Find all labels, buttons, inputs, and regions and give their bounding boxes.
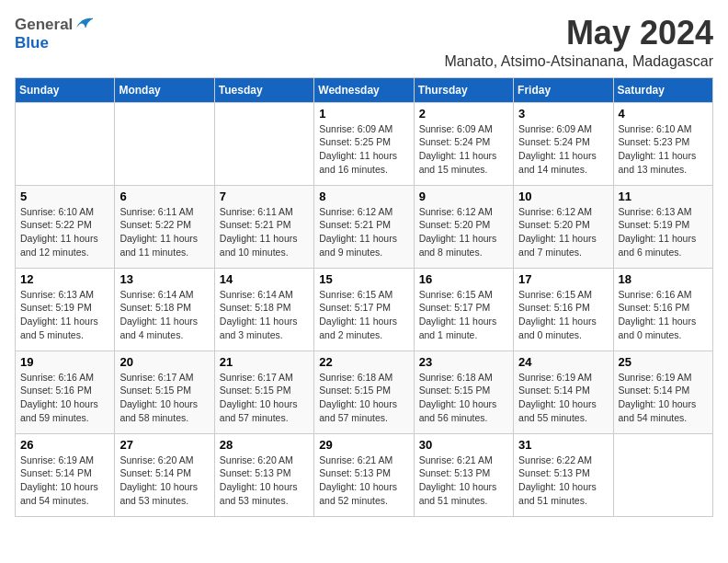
day-number: 26 [20,438,109,452]
calendar-cell: 7Sunrise: 6:11 AM Sunset: 5:21 PM Daylig… [214,185,313,268]
day-number: 15 [319,272,408,286]
day-number: 1 [319,107,408,121]
calendar-cell: 9Sunrise: 6:12 AM Sunset: 5:20 PM Daylig… [414,185,513,268]
day-info: Sunrise: 6:18 AM Sunset: 5:15 PM Dayligh… [419,371,508,425]
day-info: Sunrise: 6:17 AM Sunset: 5:15 PM Dayligh… [119,371,209,425]
calendar-cell: 22Sunrise: 6:18 AM Sunset: 5:15 PM Dayli… [314,350,414,433]
logo: General Blue [15,15,95,52]
calendar-cell: 1Sunrise: 6:09 AM Sunset: 5:25 PM Daylig… [314,102,414,185]
day-info: Sunrise: 6:10 AM Sunset: 5:22 PM Dayligh… [20,205,109,259]
day-info: Sunrise: 6:22 AM Sunset: 5:13 PM Dayligh… [518,454,608,508]
calendar-table: SundayMondayTuesdayWednesdayThursdayFrid… [15,77,713,517]
logo-bird-icon [74,15,95,34]
day-info: Sunrise: 6:19 AM Sunset: 5:14 PM Dayligh… [518,371,608,425]
logo-blue: Blue [15,34,49,52]
calendar-cell: 10Sunrise: 6:12 AM Sunset: 5:20 PM Dayli… [514,185,613,268]
day-header-monday: Monday [115,77,214,102]
calendar-cell: 14Sunrise: 6:14 AM Sunset: 5:18 PM Dayli… [214,268,313,350]
day-info: Sunrise: 6:14 AM Sunset: 5:18 PM Dayligh… [119,288,209,342]
calendar-cell: 5Sunrise: 6:10 AM Sunset: 5:22 PM Daylig… [16,185,115,268]
calendar-cell: 2Sunrise: 6:09 AM Sunset: 5:24 PM Daylig… [414,102,513,185]
calendar-cell: 6Sunrise: 6:11 AM Sunset: 5:22 PM Daylig… [115,185,214,268]
calendar-cell: 27Sunrise: 6:20 AM Sunset: 5:14 PM Dayli… [115,433,214,516]
day-info: Sunrise: 6:19 AM Sunset: 5:14 PM Dayligh… [20,454,109,508]
day-number: 6 [119,190,209,203]
day-info: Sunrise: 6:09 AM Sunset: 5:24 PM Dayligh… [518,122,608,177]
day-info: Sunrise: 6:09 AM Sunset: 5:24 PM Dayligh… [419,122,508,177]
day-info: Sunrise: 6:09 AM Sunset: 5:25 PM Dayligh… [319,122,408,177]
day-number: 11 [619,190,708,203]
day-number: 8 [319,190,408,203]
day-number: 3 [518,107,608,121]
day-info: Sunrise: 6:15 AM Sunset: 5:17 PM Dayligh… [419,288,508,342]
day-number: 21 [220,355,309,369]
day-header-tuesday: Tuesday [214,77,313,102]
day-number: 16 [419,272,508,286]
day-number: 20 [119,355,209,369]
day-info: Sunrise: 6:16 AM Sunset: 5:16 PM Dayligh… [619,288,708,342]
day-info: Sunrise: 6:15 AM Sunset: 5:16 PM Dayligh… [518,288,608,342]
day-info: Sunrise: 6:10 AM Sunset: 5:23 PM Dayligh… [619,122,708,177]
day-info: Sunrise: 6:13 AM Sunset: 5:19 PM Dayligh… [20,288,109,342]
day-header-saturday: Saturday [613,77,712,102]
day-number: 29 [319,438,408,452]
day-number: 31 [518,438,608,452]
calendar-cell: 29Sunrise: 6:21 AM Sunset: 5:13 PM Dayli… [314,433,414,516]
day-header-wednesday: Wednesday [314,77,414,102]
page-header: General Blue May 2024 Manato, Atsimo-Ats… [15,15,713,70]
calendar-cell: 4Sunrise: 6:10 AM Sunset: 5:23 PM Daylig… [613,102,712,185]
calendar-cell [115,102,214,185]
day-number: 28 [220,438,309,452]
calendar-cell [16,102,115,185]
calendar-cell: 23Sunrise: 6:18 AM Sunset: 5:15 PM Dayli… [414,350,513,433]
calendar-cell: 16Sunrise: 6:15 AM Sunset: 5:17 PM Dayli… [414,268,513,350]
day-info: Sunrise: 6:20 AM Sunset: 5:13 PM Dayligh… [220,454,309,508]
day-number: 7 [220,190,309,203]
location: Manato, Atsimo-Atsinanana, Madagascar [444,53,713,70]
day-number: 12 [20,272,109,286]
calendar-week-1: 1Sunrise: 6:09 AM Sunset: 5:25 PM Daylig… [16,102,713,185]
calendar-header-row: SundayMondayTuesdayWednesdayThursdayFrid… [16,77,713,102]
day-number: 2 [419,107,508,121]
calendar-cell: 26Sunrise: 6:19 AM Sunset: 5:14 PM Dayli… [16,433,115,516]
calendar-cell: 11Sunrise: 6:13 AM Sunset: 5:19 PM Dayli… [613,185,712,268]
calendar-cell: 21Sunrise: 6:17 AM Sunset: 5:15 PM Dayli… [214,350,313,433]
calendar-cell: 3Sunrise: 6:09 AM Sunset: 5:24 PM Daylig… [514,102,613,185]
day-number: 5 [20,190,109,203]
month-year: May 2024 [444,15,713,52]
day-info: Sunrise: 6:11 AM Sunset: 5:22 PM Dayligh… [119,205,209,259]
day-number: 27 [119,438,209,452]
day-number: 30 [419,438,508,452]
day-header-sunday: Sunday [16,77,115,102]
day-header-thursday: Thursday [414,77,513,102]
day-number: 22 [319,355,408,369]
calendar-cell [613,433,712,516]
day-number: 18 [619,272,708,286]
calendar-cell: 20Sunrise: 6:17 AM Sunset: 5:15 PM Dayli… [115,350,214,433]
day-number: 4 [619,107,708,121]
calendar-cell: 18Sunrise: 6:16 AM Sunset: 5:16 PM Dayli… [613,268,712,350]
calendar-cell: 28Sunrise: 6:20 AM Sunset: 5:13 PM Dayli… [214,433,313,516]
calendar-cell: 17Sunrise: 6:15 AM Sunset: 5:16 PM Dayli… [514,268,613,350]
title-section: May 2024 Manato, Atsimo-Atsinanana, Mada… [444,15,713,70]
calendar-cell: 15Sunrise: 6:15 AM Sunset: 5:17 PM Dayli… [314,268,414,350]
calendar-week-5: 26Sunrise: 6:19 AM Sunset: 5:14 PM Dayli… [16,433,713,516]
calendar-cell: 30Sunrise: 6:21 AM Sunset: 5:13 PM Dayli… [414,433,513,516]
calendar-cell: 12Sunrise: 6:13 AM Sunset: 5:19 PM Dayli… [16,268,115,350]
calendar-cell: 24Sunrise: 6:19 AM Sunset: 5:14 PM Dayli… [514,350,613,433]
day-number: 24 [518,355,608,369]
day-info: Sunrise: 6:12 AM Sunset: 5:20 PM Dayligh… [518,205,608,259]
day-number: 10 [518,190,608,203]
day-info: Sunrise: 6:15 AM Sunset: 5:17 PM Dayligh… [319,288,408,342]
day-number: 14 [220,272,309,286]
day-info: Sunrise: 6:13 AM Sunset: 5:19 PM Dayligh… [619,205,708,259]
day-info: Sunrise: 6:20 AM Sunset: 5:14 PM Dayligh… [119,454,209,508]
calendar-cell: 25Sunrise: 6:19 AM Sunset: 5:14 PM Dayli… [613,350,712,433]
day-info: Sunrise: 6:11 AM Sunset: 5:21 PM Dayligh… [220,205,309,259]
day-number: 25 [619,355,708,369]
day-info: Sunrise: 6:17 AM Sunset: 5:15 PM Dayligh… [220,371,309,425]
calendar-week-2: 5Sunrise: 6:10 AM Sunset: 5:22 PM Daylig… [16,185,713,268]
day-number: 17 [518,272,608,286]
day-info: Sunrise: 6:16 AM Sunset: 5:16 PM Dayligh… [20,371,109,425]
day-number: 9 [419,190,508,203]
